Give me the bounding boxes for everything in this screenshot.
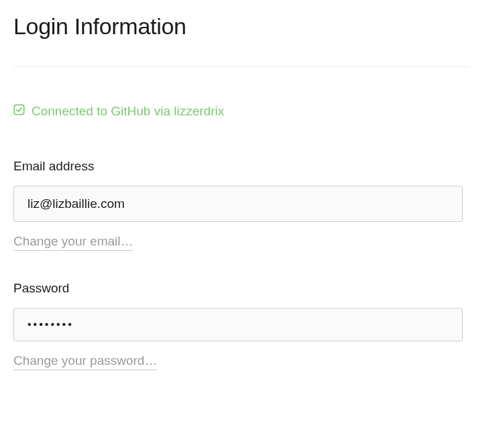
password-input[interactable] <box>13 308 463 341</box>
password-field-group: Password Change your password… <box>13 281 470 370</box>
change-password-link[interactable]: Change your password… <box>13 353 157 370</box>
divider <box>13 66 470 67</box>
email-label: Email address <box>13 159 470 174</box>
svg-rect-0 <box>14 105 23 114</box>
connection-status-text: Connected to GitHub via lizzerdrix <box>32 104 224 119</box>
email-field-group: Email address Change your email… <box>13 159 470 251</box>
check-badge-icon <box>13 104 25 119</box>
email-input[interactable] <box>13 186 463 222</box>
change-email-link[interactable]: Change your email… <box>13 234 133 251</box>
github-connection-status: Connected to GitHub via lizzerdrix <box>13 104 470 119</box>
password-label: Password <box>13 281 470 296</box>
page-title: Login Information <box>13 13 470 40</box>
